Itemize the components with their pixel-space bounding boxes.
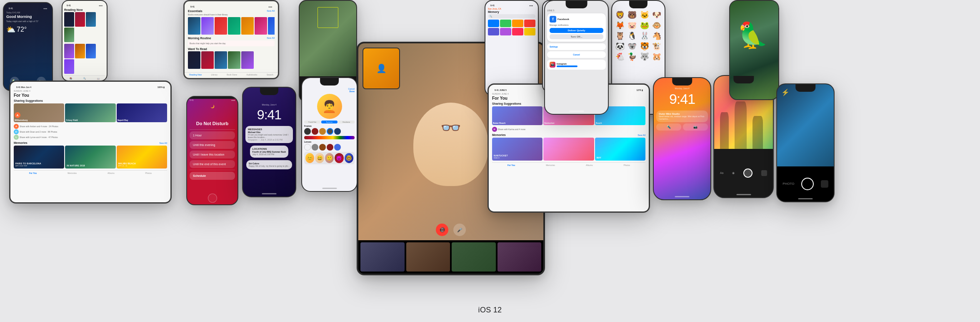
cam2-last[interactable] (821, 180, 828, 188)
lens-red[interactable] (327, 144, 333, 151)
cam2-photo-option[interactable]: PHOTO (782, 182, 794, 186)
memory-search[interactable]: 🔍 (488, 14, 535, 18)
aa-icon[interactable]: Aa (720, 171, 724, 174)
frame-selected[interactable] (327, 128, 333, 135)
device-ipad-books: 9:41 ●●● Essentials See All Books everyo… (183, 0, 279, 79)
memoji-face: 🧑‍🦱 (317, 94, 342, 119)
emoji-panda[interactable]: 🐼 (615, 42, 625, 51)
tab-for-you[interactable]: For You (29, 172, 37, 174)
instagram-bar (557, 65, 578, 67)
essentials-desc: Books everyone should have in their libr… (188, 13, 275, 16)
tab-store[interactable]: 📖 (97, 77, 100, 80)
memoji-option-2[interactable]: 😄 (315, 153, 324, 163)
tab-audiobooks[interactable]: Audiobooks (246, 73, 257, 76)
cancel-btn[interactable]: Cancel (550, 53, 603, 56)
ft-thumb-5 (498, 242, 542, 272)
emoji-dog[interactable]: 🐶 (651, 10, 662, 20)
person-silhouette-3 (752, 116, 763, 149)
lens-blue[interactable] (334, 144, 341, 151)
lens-brown[interactable] (319, 144, 326, 151)
home-button[interactable] (208, 194, 217, 203)
fb-turn-off[interactable]: Turn Off... (550, 34, 603, 39)
emoji-monkey[interactable]: 🐵 (651, 21, 662, 30)
memoji-done[interactable]: Done (304, 90, 355, 93)
tab-library[interactable]: 🔍 (83, 77, 86, 80)
camera-shutter-2[interactable] (743, 169, 752, 178)
r-tab-for-you[interactable]: For You (508, 164, 515, 166)
greeting-text: Good Morning (6, 15, 50, 19)
frame-red[interactable] (312, 128, 318, 135)
cam-btn[interactable]: 📷 (683, 123, 708, 131)
emoji-tiger[interactable]: 🐯 (639, 42, 650, 51)
cam2-shutter[interactable] (801, 178, 814, 190)
lens-clear[interactable] (304, 144, 311, 151)
emoji-owl[interactable]: 🦉 (615, 31, 625, 40)
r-tab-albums[interactable]: Albums (586, 164, 593, 166)
r-tab-photos[interactable]: Photos (623, 164, 630, 166)
torch-btn[interactable]: 🔦 (656, 123, 681, 131)
tab-albums[interactable]: Albums (108, 172, 115, 174)
ipad-date: 9:41 Mon Jun 4 (16, 86, 31, 88)
tab-reading-now[interactable]: 📚 (70, 77, 72, 80)
emoji-chicken[interactable]: 🐔 (615, 52, 625, 61)
dnd-schedule[interactable]: Schedule (190, 172, 235, 180)
emoji-frog[interactable]: 🐸 (639, 21, 650, 30)
frame-dark[interactable] (304, 128, 311, 135)
see-all-morning[interactable]: See All (267, 37, 275, 40)
see-all-memories[interactable]: See All (159, 142, 167, 144)
device-iphone-lock-morning: 9:41 ●●● Today 8:41 AM Good Morning Toda… (3, 2, 53, 91)
emoji-koala[interactable]: 🐨 (627, 42, 638, 51)
memoji-option-4[interactable]: 😈 (335, 153, 343, 163)
memoji-option-1[interactable]: 😊 (305, 153, 314, 163)
emoji-pig[interactable]: 🐷 (627, 21, 638, 30)
color-slider[interactable] (304, 136, 355, 139)
emoji-horse[interactable]: 🐴 (651, 31, 662, 40)
frame-gold[interactable] (319, 128, 326, 135)
settings-link[interactable]: Settings (550, 45, 603, 48)
emoji-cat[interactable]: 🐱 (639, 10, 650, 20)
dnd-option-3[interactable]: Until I leave this location (190, 151, 235, 158)
memoji-option-5[interactable]: 🤓 (345, 153, 353, 163)
emoji-duck[interactable]: 🦆 (627, 52, 638, 61)
tab-photos[interactable]: Photos (145, 172, 152, 174)
emoji-wolf[interactable]: 🐺 (639, 52, 650, 61)
tab-store-tab[interactable]: Book Store (227, 73, 237, 76)
end-call-btn[interactable]: 📵 (436, 224, 448, 236)
tab-memories[interactable]: Memories (68, 172, 77, 174)
device-iphone-memoji: Cancel Done 🧑‍🦱 Facial Hair Eyewear Head… (301, 77, 358, 192)
r-tab-memories[interactable]: Memories (546, 164, 555, 166)
see-all-r[interactable]: See All (638, 134, 645, 136)
dnd-option-2[interactable]: Until this evening (190, 141, 235, 149)
emoji-bear[interactable]: 🐻 (627, 10, 638, 20)
filter-icon[interactable]: ◉ (732, 171, 735, 175)
wtr-book-3 (215, 51, 227, 69)
frames-label: Frames (304, 125, 355, 127)
dnd-option-1[interactable]: 1 Hour (190, 131, 235, 139)
emoji-rabbit[interactable]: 🐰 (639, 31, 650, 40)
lens-dark[interactable] (312, 144, 318, 151)
emoji-cow[interactable]: 🐮 (651, 42, 662, 51)
tab-facial-hair[interactable]: Facial Hair (304, 121, 321, 123)
emoji-hamster[interactable]: 🐹 (651, 52, 662, 61)
tab-lib[interactable]: Library (211, 73, 218, 76)
r-location-2: Nantucket (544, 122, 554, 124)
emoji-penguin[interactable]: 🐧 (627, 31, 638, 40)
mute-btn[interactable]: 🎤 (453, 224, 466, 236)
fb-deliver-quietly[interactable]: Deliver Quietly (550, 28, 603, 33)
cam2-flash[interactable]: ⚡ (781, 88, 790, 96)
frame-navy[interactable] (334, 128, 341, 135)
see-all-essentials[interactable]: See All (267, 10, 275, 13)
memoji-option-3[interactable]: 🙂 (325, 153, 334, 163)
for-you-day: SUNDAY, JUNE 4 (14, 90, 167, 92)
device-iphone-bird: 🦜 (729, 0, 779, 100)
tab-search-books[interactable]: Search (267, 73, 273, 76)
tab-headwear[interactable]: Headwear (338, 121, 355, 123)
r-share-avatar-1: K (492, 127, 497, 132)
dnd-option-4[interactable]: Until the end of this event (190, 160, 235, 168)
tab-reading[interactable]: Reading Now (189, 73, 202, 76)
last-photo[interactable] (761, 170, 767, 176)
emoji-lion[interactable]: 🦁 (615, 10, 625, 20)
notch-memoji (320, 78, 339, 86)
tab-eyewear[interactable]: Eyewear (321, 121, 338, 123)
emoji-fox[interactable]: 🦊 (615, 21, 625, 30)
